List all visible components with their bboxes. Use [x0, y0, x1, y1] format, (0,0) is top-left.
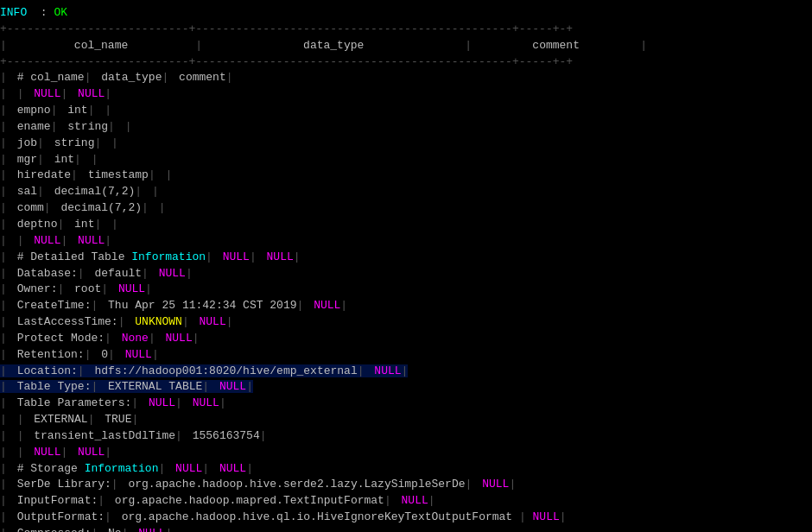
pipe: | [0, 332, 7, 345]
separator-top: +---------------------------+-----------… [0, 22, 573, 35]
table-row: | | NULL| NULL| [0, 234, 111, 247]
col3-value: NULL [257, 250, 294, 263]
pipe: | [105, 332, 111, 345]
pipe: | [0, 250, 7, 263]
table-row: | sal| decimal(7,2)| | [0, 185, 159, 198]
pipe: | [246, 462, 253, 475]
col2-value: None [111, 332, 149, 345]
pipe: | [142, 267, 149, 280]
pipe: | [0, 201, 7, 214]
col2-value: int [64, 218, 94, 231]
table-row: | Location:| hdfs://hadoop001:8020/hive/… [0, 364, 408, 377]
pipe: | [0, 185, 7, 198]
col2-value: int [44, 153, 74, 166]
pipe: | [0, 478, 7, 491]
table-row: | comm| decimal(7,2)| | [0, 201, 166, 214]
col3-value: TRUE [94, 413, 131, 426]
info-label: INFO [0, 6, 27, 19]
col2-value: default [85, 267, 142, 280]
col1-value: LastAccessTime: [7, 315, 118, 328]
header-col3: comment [472, 39, 640, 52]
pipe: | [105, 87, 111, 100]
table-row: | CreateTime:| Thu Apr 25 11:42:34 CST 2… [0, 299, 347, 312]
col1-value: Table Parameters: [7, 396, 131, 409]
info-ok: OK [54, 6, 67, 19]
pipe: | [358, 364, 365, 377]
pipe: | [0, 396, 7, 409]
pipe: | [37, 136, 44, 149]
pipe: | [135, 185, 142, 198]
pipe: | [260, 429, 267, 442]
col2-value: decimal(7,2) [44, 185, 135, 198]
pipe: | [0, 462, 7, 475]
col1-value: mgr [7, 153, 37, 166]
pipe: | [0, 71, 7, 84]
col3-value: NULL [149, 267, 186, 280]
table-row: | # Storage Information| NULL| NULL| [0, 462, 253, 475]
pipe: | [152, 348, 159, 361]
table-row: | LastAccessTime:| UNKNOWN| NULL| [0, 315, 233, 328]
col3-value: NULL [67, 446, 105, 459]
col1-value [7, 446, 17, 459]
pipe: | [98, 494, 105, 507]
pipe: | [193, 332, 200, 345]
table-row: | InputFormat:| org.apache.hadoop.mapred… [0, 494, 435, 507]
col2-value: org.apache.hadoop.hive.serde2.lazy.LazyS… [118, 478, 466, 491]
table-row: | Compressed:| No| NULL| [0, 527, 172, 532]
pipe: | [0, 153, 7, 166]
col1-value: # Detailed Table Information [7, 250, 206, 263]
col3-value: NULL [209, 462, 246, 475]
col2-value: NULL [138, 396, 175, 409]
col3-value: 1556163754 [182, 429, 260, 442]
pipe: | [206, 250, 213, 263]
table-row: | Table Type:| EXTERNAL TABLE| NULL| [0, 380, 253, 393]
pipe: | [101, 282, 108, 295]
separator-mid: +---------------------------+-----------… [0, 55, 573, 68]
pipe: | [37, 153, 44, 166]
pipe: | [0, 315, 7, 328]
pipe: | [37, 185, 44, 198]
pipe: | [74, 153, 81, 166]
table-row: | ename| string| | [0, 120, 132, 133]
pipe: | [182, 315, 189, 328]
pipe: | [166, 527, 173, 532]
col1-value: job [7, 136, 37, 149]
col1-value: empno [7, 104, 51, 117]
col2-value: UNKNOWN [124, 315, 181, 328]
col3-value [142, 185, 152, 198]
header-col1: col_name [7, 39, 195, 52]
pipe: | [149, 168, 155, 181]
pipe: | [71, 168, 78, 181]
table-row: | SerDe Library:| org.apache.hadoop.hive… [0, 478, 516, 491]
table-row: | OutputFormat:| org.apache.hadoop.hive.… [0, 510, 567, 523]
pipe: | [105, 510, 111, 523]
table-row: | # Detailed Table Information| NULL| NU… [0, 250, 301, 263]
pipe: | [0, 348, 7, 361]
col2-value: NULL [165, 462, 202, 475]
col2-value: EXTERNAL [23, 413, 87, 426]
pipe: | [0, 380, 7, 393]
table-row: | deptno| int| | [0, 218, 118, 231]
table-row: | Protect Mode:| None| NULL| [0, 332, 200, 345]
pipe: | [509, 478, 516, 491]
col1-value: # col_name [7, 71, 85, 84]
col1-value: Database: [7, 267, 78, 280]
pipe: | [428, 494, 435, 507]
header-col2: data_type [202, 39, 465, 52]
pipe: | [111, 478, 118, 491]
pipe: | [0, 494, 7, 507]
col1-value: Table Type: [7, 380, 92, 393]
col2-value: NULL [23, 87, 60, 100]
table-row: | | transient_lastDdlTime| 1556163754| [0, 429, 267, 442]
pipe: | [159, 201, 166, 214]
col2-value: transient_lastDdlTime [23, 429, 175, 442]
col1-value [7, 429, 17, 442]
col1-value [7, 234, 17, 247]
col1-value: Retention: [7, 348, 85, 361]
pipe: | [166, 168, 173, 181]
pipe: | [125, 120, 132, 133]
col1-value: OutputFormat: [7, 510, 105, 523]
col2-value: timestamp [78, 168, 149, 181]
pipe: | [152, 185, 159, 198]
pipe: | [294, 250, 301, 263]
